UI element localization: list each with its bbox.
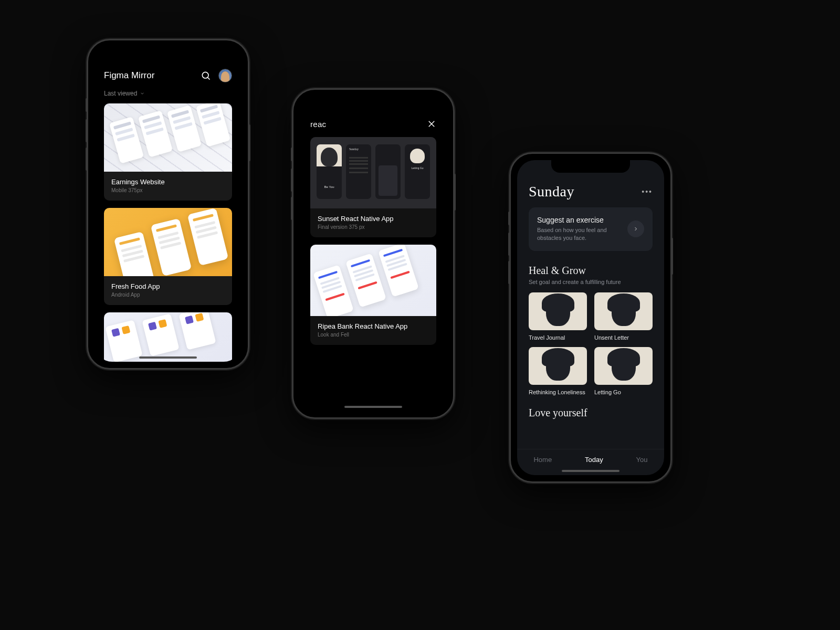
project-thumbnail xyxy=(104,312,232,362)
exercise-illustration xyxy=(529,292,587,330)
result-thumbnail xyxy=(310,245,436,316)
chevron-down-icon xyxy=(140,91,145,96)
exercise-illustration xyxy=(594,292,653,330)
app-title: Sunday xyxy=(529,183,574,200)
close-icon[interactable] xyxy=(427,119,436,129)
project-subtitle: Android App xyxy=(111,292,225,298)
sort-dropdown[interactable]: Last viewed xyxy=(94,90,242,103)
project-title: Earnings Website xyxy=(111,178,225,186)
result-subtitle: Final version 375 px xyxy=(318,224,429,230)
suggest-title: Suggest an exercise xyxy=(537,216,621,224)
exercise-label: Travel Journal xyxy=(529,334,587,341)
exercise-label: Letting Go xyxy=(594,389,653,395)
search-result-card[interactable]: Sunset React Native App Final version 37… xyxy=(310,137,436,237)
phone-sunday-app: Sunday ••• Suggest an exercise Based on … xyxy=(509,152,672,483)
project-thumbnail xyxy=(104,208,232,276)
section-title-heal: Heal & Grow xyxy=(529,265,653,277)
chevron-right-icon xyxy=(633,226,639,232)
exercise-illustration xyxy=(529,347,587,385)
search-icon[interactable] xyxy=(201,70,211,81)
home-indicator[interactable] xyxy=(562,470,620,472)
search-input[interactable]: reac xyxy=(310,120,326,129)
tab-today[interactable]: Today xyxy=(585,456,603,464)
suggest-subtitle: Based on how you feel and obstacles you … xyxy=(537,226,621,243)
home-indicator[interactable] xyxy=(139,356,197,359)
more-icon[interactable]: ••• xyxy=(642,187,653,196)
exercise-tile[interactable]: Travel Journal xyxy=(529,292,587,341)
exercise-tile[interactable]: Unsent Letter xyxy=(594,292,653,341)
app-header: Figma Mirror xyxy=(94,69,242,90)
exercise-tile[interactable]: Letting Go xyxy=(594,347,653,395)
result-title: Ripea Bank React Native App xyxy=(318,322,429,330)
home-indicator[interactable] xyxy=(344,406,402,408)
project-thumbnail xyxy=(104,103,232,172)
project-card[interactable]: Fresh Food App Android App xyxy=(104,208,232,305)
exercise-label: Rethinking Loneliness xyxy=(529,389,587,395)
result-thumbnail xyxy=(310,137,436,208)
tab-you[interactable]: You xyxy=(636,456,648,464)
section-title-love: Love yourself xyxy=(529,407,653,419)
section-subtitle-heal: Set goal and create a fulfilling future xyxy=(529,279,653,285)
exercise-label: Unsent Letter xyxy=(594,334,653,341)
app-title: Figma Mirror xyxy=(104,70,154,81)
search-result-card[interactable]: Ripea Bank React Native App Look and Fel… xyxy=(310,245,436,345)
suggest-arrow-button[interactable] xyxy=(627,220,644,237)
project-card[interactable]: Earnings Website Mobile 375px xyxy=(104,103,232,201)
exercise-tile[interactable]: Rethinking Loneliness xyxy=(529,347,587,395)
project-title: Fresh Food App xyxy=(111,282,225,290)
phone-search: reac Sunset React Native App Final versi… xyxy=(292,88,455,419)
project-subtitle: Mobile 375px xyxy=(111,187,225,193)
phone-figma-mirror: Figma Mirror Last viewed xyxy=(87,39,249,370)
result-subtitle: Look and Fell xyxy=(318,332,429,338)
sort-label: Last viewed xyxy=(104,90,137,97)
project-card[interactable] xyxy=(104,312,232,362)
tab-home[interactable]: Home xyxy=(533,456,552,464)
result-title: Sunset React Native App xyxy=(318,215,429,223)
exercise-illustration xyxy=(594,347,653,385)
svg-point-0 xyxy=(202,72,208,78)
avatar[interactable] xyxy=(218,69,232,82)
svg-line-1 xyxy=(208,78,210,80)
suggest-exercise-card[interactable]: Suggest an exercise Based on how you fee… xyxy=(529,207,653,251)
